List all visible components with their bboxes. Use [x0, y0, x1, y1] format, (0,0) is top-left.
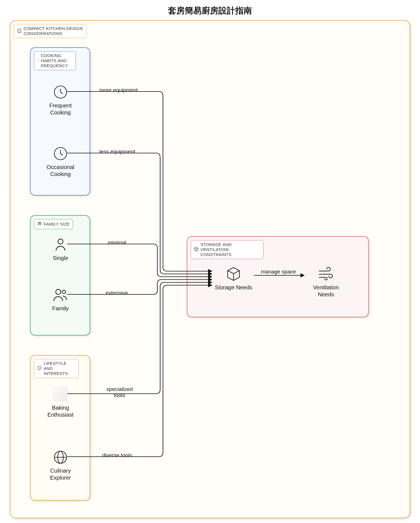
- edge-less-equipment: less equipment: [99, 149, 135, 155]
- node-label: Single: [41, 255, 80, 262]
- node-label: Frequent Cooking: [41, 102, 80, 116]
- node-occasional-cooking: Occasional Cooking: [41, 146, 80, 178]
- globe-icon: [53, 449, 68, 465]
- users-icon: [37, 221, 42, 227]
- svg-point-4: [58, 239, 63, 244]
- node-label: Ventilation Needs: [306, 284, 346, 298]
- group-cooking-habits: COOKING HABITS AND FREQUENCY Frequent Co…: [30, 47, 90, 196]
- outer-frame-label: COMPACT KITCHEN DESIGN CONSIDERATIONS: [14, 24, 87, 38]
- node-baking: Baking Enthusiast: [41, 386, 80, 418]
- node-explorer: Culinary Explorer: [41, 449, 80, 481]
- edge-manage-space: manage space: [261, 269, 296, 275]
- edge-extensive: extensive: [106, 290, 128, 296]
- node-family: Family: [41, 287, 80, 312]
- user-icon: [53, 237, 68, 252]
- group-lifestyle-label: LIFESTYLE AND INTERESTS: [34, 359, 79, 378]
- page-title: 套房簡易廚房設計指南: [0, 5, 420, 17]
- edge-minimal: minimal: [108, 240, 126, 246]
- node-label: Baking Enthusiast: [41, 404, 80, 418]
- svg-point-5: [56, 289, 61, 294]
- label-text: STORAGE AND VENTILATION CONSTRAINTS: [200, 242, 260, 257]
- node-frequent-cooking: Frequent Cooking: [41, 84, 80, 116]
- group-family-size: FAMILY SIZE Single Family: [30, 215, 90, 336]
- home-icon: [17, 28, 22, 34]
- edge-more-equipment: more equipment: [99, 87, 138, 93]
- heart-icon: [37, 365, 42, 372]
- cube-icon: [226, 266, 241, 282]
- clock-icon: [53, 146, 68, 161]
- group-constraints-label: STORAGE AND VENTILATION CONSTRAINTS: [191, 240, 263, 259]
- node-ventilation: Ventilation Needs: [306, 266, 346, 298]
- outer-frame-label-text: COMPACT KITCHEN DESIGN CONSIDERATIONS: [24, 26, 83, 36]
- label-text: COOKING HABITS AND FREQUENCY: [41, 53, 73, 68]
- group-cooking-habits-label: COOKING HABITS AND FREQUENCY: [34, 51, 76, 70]
- node-label: Occasional Cooking: [41, 164, 80, 178]
- users-icon: [53, 287, 68, 303]
- node-label: Culinary Explorer: [41, 467, 80, 481]
- blank-icon: [37, 58, 39, 63]
- svg-point-3: [40, 222, 41, 223]
- cube-icon: [194, 247, 199, 253]
- label-text: FAMILY SIZE: [44, 222, 70, 227]
- group-constraints: STORAGE AND VENTILATION CONSTRAINTS Stor…: [187, 236, 369, 317]
- svg-point-6: [62, 290, 66, 294]
- group-lifestyle: LIFESTYLE AND INTERESTS Baking Enthusias…: [30, 355, 90, 501]
- group-family-size-label: FAMILY SIZE: [34, 219, 73, 229]
- edge-specialized-tools: specialized tools: [103, 386, 136, 398]
- blank-icon: [53, 386, 68, 402]
- svg-point-2: [38, 222, 39, 223]
- page: 套房簡易廚房設計指南 COMPACT KITCHEN DESIGN CONSID…: [0, 0, 420, 523]
- node-label: Storage Needs: [214, 284, 253, 291]
- node-label: Family: [41, 305, 80, 312]
- edge-diverse-tools: diverse tools: [102, 452, 132, 458]
- label-text: LIFESTYLE AND INTERESTS: [44, 361, 76, 376]
- node-single: Single: [41, 237, 80, 262]
- clock-icon: [53, 84, 68, 100]
- wind-icon: [318, 266, 334, 282]
- node-storage: Storage Needs: [214, 266, 253, 291]
- outer-frame: COMPACT KITCHEN DESIGN CONSIDERATIONS CO…: [10, 20, 410, 518]
